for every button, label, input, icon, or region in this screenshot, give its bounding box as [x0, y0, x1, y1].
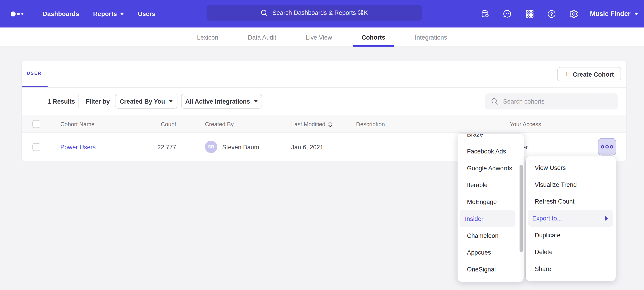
avatar: SB	[205, 141, 217, 153]
col-header-created-by: Created By	[205, 115, 234, 133]
cohort-name-link[interactable]: Power Users	[60, 143, 96, 151]
integrations-filter-value: All Active Integrations	[185, 98, 250, 105]
chevron-down-icon	[120, 13, 124, 15]
created-by-filter-value: Created By You	[120, 98, 165, 105]
global-search-button[interactable]: Search Dashboards & Reports ⌘K	[207, 5, 422, 21]
submenu-arrow-icon	[605, 216, 608, 221]
col-header-description: Description	[356, 115, 385, 133]
apps-grid-icon[interactable]	[522, 6, 537, 22]
section-tabs: Lexicon Data Audit Live View Cohorts Int…	[0, 28, 644, 47]
ellipsis-icon	[610, 145, 613, 149]
menu-item-onesignal[interactable]: OneSignal	[460, 261, 516, 278]
tab-data-audit[interactable]: Data Audit	[244, 28, 280, 47]
col-header-cohort-name: Cohort Name	[60, 115, 94, 133]
help-icon[interactable]: ?	[544, 6, 560, 22]
chevron-down-icon	[634, 13, 638, 15]
tab-label: Lexicon	[197, 34, 218, 41]
app-logo[interactable]	[11, 11, 29, 16]
menu-item-google-adwords[interactable]: Google Adwords	[460, 160, 516, 177]
row-actions-button[interactable]	[598, 138, 616, 156]
ellipsis-icon	[606, 145, 608, 149]
tab-label: Data Audit	[248, 34, 276, 41]
menu-item-chameleon[interactable]: Chameleon	[460, 227, 516, 244]
select-all-checkbox[interactable]	[32, 120, 40, 128]
row-context-menu: View Users Visualize Trend Refresh Count…	[526, 156, 616, 281]
last-modified-cell: Jan 6, 2021	[291, 133, 323, 161]
active-tab-underline	[353, 45, 394, 47]
nav-dashboards-label: Dashboards	[43, 10, 79, 17]
menu-item-moengage[interactable]: MoEngage	[460, 193, 516, 210]
menu-item-delete[interactable]: Delete	[528, 244, 613, 260]
export-destinations-menu: Braze Facebook Ads Google Adwords Iterab…	[458, 134, 524, 282]
divider	[78, 94, 79, 108]
create-cohort-button[interactable]: + Create Cohort	[558, 67, 621, 81]
tab-integrations[interactable]: Integrations	[410, 28, 451, 47]
user-type-tab[interactable]: USER	[27, 71, 42, 76]
logo-dot-icon	[22, 13, 24, 15]
created-by-cell: SB Steven Baum	[205, 133, 259, 161]
menu-item-export-to[interactable]: Export to...	[528, 210, 613, 227]
row-checkbox[interactable]	[32, 143, 40, 151]
search-icon	[260, 9, 268, 17]
tab-label: Integrations	[415, 34, 447, 41]
menu-item-insider[interactable]: Insider	[460, 210, 516, 227]
global-search-placeholder: Search Dashboards & Reports ⌘K	[272, 9, 368, 17]
menu-item-duplicate[interactable]: Duplicate	[528, 227, 613, 244]
results-count: 1 Results	[48, 98, 75, 105]
chevron-down-icon	[254, 100, 258, 102]
create-cohort-label: Create Cohort	[573, 71, 614, 78]
created-by-name: Steven Baum	[222, 143, 259, 151]
nav-reports-label: Reports	[93, 10, 117, 17]
menu-item-braze[interactable]: Braze	[460, 134, 516, 143]
top-navbar: Dashboards Reports Users Search Dashboar…	[0, 0, 644, 28]
scrollbar[interactable]	[519, 135, 523, 280]
nav-dashboards[interactable]: Dashboards	[43, 10, 79, 17]
cohort-search-box[interactable]	[485, 93, 618, 109]
count-cell: 22,777	[131, 133, 176, 161]
cohort-name-cell: Power Users	[60, 133, 96, 161]
tab-label: Cohorts	[362, 34, 385, 41]
logo-dot-icon	[11, 11, 16, 16]
menu-item-visualize-trend[interactable]: Visualize Trend	[528, 176, 613, 193]
menu-item-refresh-count[interactable]: Refresh Count	[528, 193, 613, 210]
nav-users-label: Users	[138, 10, 156, 17]
nav-reports[interactable]: Reports	[93, 10, 124, 17]
sort-icon	[328, 121, 332, 127]
integrations-filter-dropdown[interactable]: All Active Integrations	[181, 94, 262, 109]
chevron-down-icon	[169, 100, 173, 102]
filter-by-label: Filter by	[86, 98, 110, 105]
tab-live-view[interactable]: Live View	[302, 28, 336, 47]
tab-label: Live View	[306, 34, 332, 41]
col-header-your-access: Your Access	[510, 115, 541, 133]
feedback-icon[interactable]	[500, 6, 515, 22]
created-by-filter-dropdown[interactable]: Created By You	[115, 94, 178, 109]
menu-item-appcues[interactable]: Appcues	[460, 244, 516, 261]
project-name: Music Finder	[590, 10, 630, 17]
menu-item-iterable[interactable]: Iterable	[460, 177, 516, 194]
col-header-count: Count	[131, 115, 176, 133]
tab-lexicon[interactable]: Lexicon	[193, 28, 222, 47]
project-switcher[interactable]: Music Finder	[590, 10, 638, 17]
plus-icon: +	[564, 70, 569, 78]
screen: Dashboards Reports Users Search Dashboar…	[0, 0, 644, 290]
nav-users[interactable]: Users	[138, 10, 156, 17]
table-header: Cohort Name Count Created By Last Modifi…	[22, 115, 626, 133]
tab-cohorts[interactable]: Cohorts	[358, 28, 389, 47]
ellipsis-icon	[601, 145, 604, 149]
svg-text:?: ?	[550, 11, 553, 17]
menu-item-view-users[interactable]: View Users	[528, 159, 613, 176]
logo-dot-icon	[17, 13, 20, 15]
scrollbar-thumb[interactable]	[520, 165, 523, 252]
settings-icon[interactable]	[566, 6, 582, 22]
menu-item-share[interactable]: Share	[528, 260, 613, 277]
navbar-actions: ? Music Finder	[477, 0, 638, 28]
col-header-last-modified[interactable]: Last Modified	[291, 115, 332, 133]
data-management-icon[interactable]	[477, 6, 493, 22]
cohort-search-input[interactable]	[503, 98, 610, 105]
divider	[22, 87, 626, 88]
menu-item-facebook-ads[interactable]: Facebook Ads	[460, 143, 516, 160]
search-icon	[491, 97, 498, 105]
cohorts-card: USER + Create Cohort 1 Results Filter by…	[22, 61, 627, 160]
